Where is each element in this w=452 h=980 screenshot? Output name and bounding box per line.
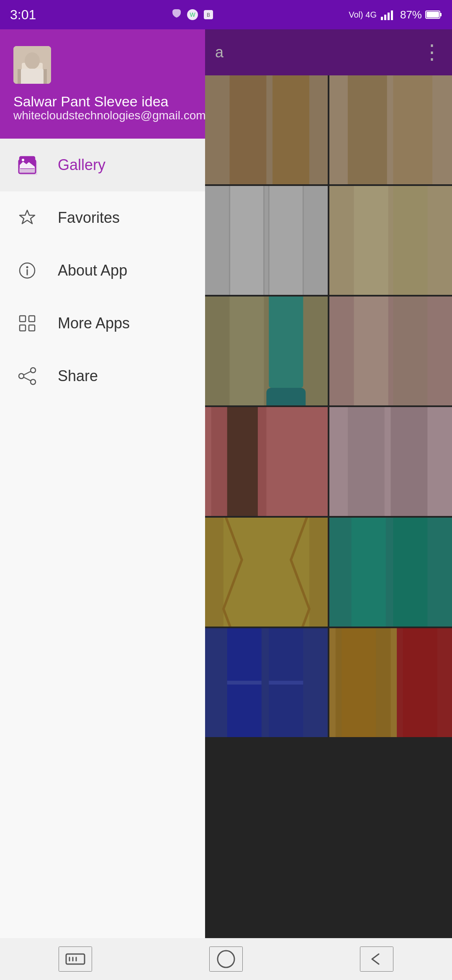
- more-apps-label: More Apps: [58, 315, 130, 332]
- svg-point-77: [25, 52, 40, 69]
- svg-rect-89: [29, 316, 35, 322]
- svg-rect-70: [388, 13, 390, 20]
- drawer-email: whitecloudstechnologies@gmail.com: [13, 107, 192, 124]
- bottom-nav: [0, 938, 452, 980]
- svg-rect-71: [391, 10, 393, 20]
- avatar: [13, 46, 51, 84]
- recent-apps-button[interactable]: [59, 946, 92, 972]
- avatar-image: [13, 46, 51, 84]
- sidebar-item-more-apps[interactable]: More Apps: [0, 297, 205, 350]
- sidebar-item-about[interactable]: About App: [0, 244, 205, 297]
- svg-point-92: [31, 368, 36, 373]
- home-button[interactable]: [209, 946, 243, 972]
- network-badge: Vol) 4G: [349, 10, 377, 20]
- drawer-menu: Gallery Favorites About App: [0, 139, 205, 980]
- svg-rect-74: [426, 12, 439, 18]
- star-icon: [17, 207, 38, 228]
- svg-rect-90: [20, 325, 26, 331]
- sidebar-item-share[interactable]: Share: [0, 350, 205, 402]
- signal-icon: [380, 8, 397, 21]
- svg-point-86: [26, 266, 28, 268]
- grid-icon: [17, 313, 38, 334]
- svg-rect-91: [29, 325, 35, 331]
- svg-rect-73: [440, 13, 442, 16]
- share-icon: [17, 366, 38, 387]
- svg-marker-84: [20, 210, 35, 224]
- svg-rect-78: [18, 69, 47, 84]
- info-icon: [17, 260, 38, 281]
- battery-icon: [425, 10, 442, 20]
- battery-percent: 87%: [400, 8, 422, 21]
- about-label: About App: [58, 262, 127, 279]
- svg-rect-68: [381, 17, 383, 20]
- drawer-app-info: Salwar Pant Slevee idea whitecloudstechn…: [13, 92, 192, 124]
- status-time: 3:01: [10, 7, 36, 23]
- sidebar-item-gallery[interactable]: Gallery: [0, 139, 205, 191]
- dim-overlay: [205, 29, 452, 980]
- share-label: Share: [58, 367, 98, 385]
- status-bar: 3:01 W B Vol) 4G 87%: [0, 0, 452, 29]
- drawer-header: Salwar Pant Slevee idea whitecloudstechn…: [0, 29, 205, 139]
- app-icon: B: [202, 8, 215, 21]
- status-right: Vol) 4G 87%: [349, 8, 442, 21]
- svg-text:B: B: [207, 12, 210, 18]
- svg-line-96: [24, 377, 31, 381]
- sidebar-item-favorites[interactable]: Favorites: [0, 191, 205, 244]
- svg-point-83: [22, 159, 24, 161]
- gallery-label: Gallery: [58, 156, 105, 174]
- svg-text:W: W: [190, 11, 195, 18]
- notification-icon: [170, 8, 183, 21]
- svg-rect-69: [384, 15, 386, 20]
- gallery-icon: [17, 155, 38, 175]
- svg-rect-88: [20, 316, 26, 322]
- svg-line-95: [24, 371, 31, 375]
- back-button[interactable]: [360, 946, 393, 972]
- svg-rect-101: [218, 951, 234, 967]
- nav-drawer: Salwar Pant Slevee idea whitecloudstechn…: [0, 29, 205, 980]
- status-icons: W B: [170, 8, 215, 21]
- svg-point-94: [19, 374, 24, 379]
- svg-point-93: [31, 379, 36, 384]
- whatsapp-icon: W: [186, 8, 199, 21]
- favorites-label: Favorites: [58, 209, 120, 227]
